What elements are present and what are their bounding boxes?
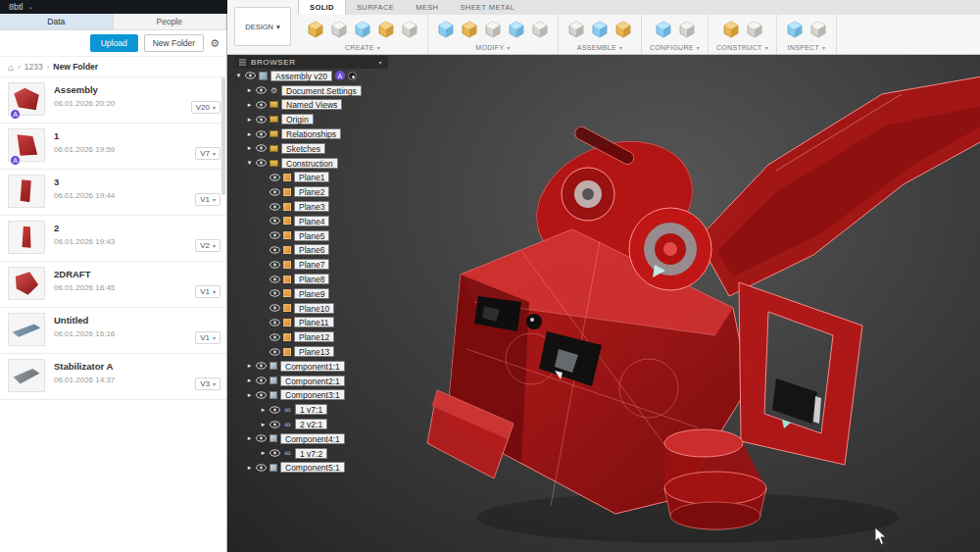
new-folder-button[interactable]: New Folder — [144, 34, 204, 52]
browser-tree-row[interactable]: Plane1 — [233, 171, 419, 185]
inspect-tool-icon[interactable] — [808, 20, 828, 39]
browser-tree-row[interactable]: Plane5 — [233, 228, 419, 243]
browser-tree-row[interactable]: Plane10 — [233, 301, 419, 316]
node-label[interactable]: Component2:1 — [280, 376, 345, 386]
eye-icon[interactable] — [270, 188, 280, 196]
group-construct-label[interactable]: CONSTRUCT — [716, 44, 762, 51]
node-label[interactable]: 1 v7:1 — [295, 404, 327, 415]
browser-tree-row[interactable]: Plane12 — [233, 329, 419, 344]
eye-icon[interactable] — [270, 246, 280, 254]
browser-tree-row[interactable]: Component4:1 — [233, 431, 419, 446]
eye-icon[interactable] — [245, 72, 256, 79]
assemble-tool-icon[interactable] — [613, 20, 633, 39]
eye-icon[interactable] — [256, 376, 267, 384]
expand-arrow-icon[interactable] — [246, 116, 253, 124]
browser-tree-row[interactable]: Plane3 — [233, 199, 419, 214]
node-label[interactable]: Document Settings — [281, 85, 362, 96]
node-label[interactable]: Plane3 — [294, 201, 329, 212]
eye-icon[interactable] — [256, 116, 267, 124]
eye-icon[interactable] — [270, 348, 280, 356]
node-label[interactable]: Plane7 — [294, 259, 329, 270]
browser-tree-row[interactable]: Plane8 — [233, 272, 419, 286]
browser-tree-row[interactable]: Named Views — [233, 98, 419, 113]
create-tool-icon[interactable] — [353, 20, 372, 39]
browser-tree-row[interactable]: Document Settings — [233, 83, 419, 98]
browser-tree-row[interactable]: Component2:1 — [233, 374, 419, 388]
eye-icon[interactable] — [270, 203, 280, 211]
assemble-tool-icon[interactable] — [590, 20, 610, 39]
browser-tree-row[interactable]: Component5:1 — [233, 461, 419, 476]
eye-icon[interactable] — [270, 276, 280, 283]
browser-tree-row[interactable]: Plane2 — [233, 184, 419, 199]
group-assemble-label[interactable]: ASSEMBLE — [577, 44, 616, 51]
expand-arrow-icon[interactable] — [246, 376, 253, 384]
node-label[interactable]: Plane9 — [294, 288, 329, 299]
expand-arrow-icon[interactable] — [246, 86, 253, 94]
tab-sheet-metal[interactable]: SHEET METAL — [449, 0, 525, 15]
browser-tree-row[interactable]: Origin — [233, 112, 419, 126]
browser-tree-row[interactable]: Component1:1 — [233, 359, 419, 374]
node-label[interactable]: Construction — [281, 158, 338, 169]
node-label[interactable]: 1 v7:2 — [295, 448, 327, 459]
eye-icon[interactable] — [270, 319, 280, 326]
node-label[interactable]: Plane11 — [294, 317, 334, 327]
modify-tool-icon[interactable] — [530, 20, 550, 39]
viewport-3d[interactable]: BROWSER ▾ Assembly v20 A Document — [227, 55, 980, 552]
tab-surface[interactable]: SURFACE — [346, 0, 405, 15]
browser-tree-row[interactable]: 2 v2:1 — [233, 417, 419, 431]
group-configure-label[interactable]: CONFIGURE — [650, 44, 694, 51]
inspect-tool-icon[interactable] — [785, 20, 805, 39]
expand-arrow-icon[interactable] — [260, 449, 267, 457]
version-badge[interactable]: V20 — [191, 101, 220, 114]
expand-arrow-icon[interactable] — [246, 391, 253, 399]
create-tool-icon[interactable] — [306, 20, 325, 39]
expand-arrow-icon[interactable] — [246, 434, 253, 442]
file-list-item[interactable]: 2 06.01.2026 19:43 V2 — [0, 216, 226, 262]
node-label[interactable]: Sketches — [281, 143, 325, 154]
modify-tool-icon[interactable] — [460, 20, 479, 39]
expand-arrow-icon[interactable] — [235, 72, 242, 79]
modify-tool-icon[interactable] — [483, 20, 503, 39]
node-label[interactable]: Plane12 — [294, 331, 334, 342]
tab-people[interactable]: People — [114, 14, 227, 29]
eye-icon[interactable] — [256, 101, 267, 109]
upload-button[interactable]: Upload — [90, 34, 138, 52]
node-label[interactable]: Plane10 — [294, 303, 334, 314]
expand-arrow-icon[interactable] — [246, 159, 253, 167]
configure-tool-icon[interactable] — [654, 20, 673, 39]
browser-tree-row[interactable]: Construction — [233, 156, 419, 171]
file-list-item[interactable]: A 1 06.01.2026 19:59 V7 — [0, 124, 226, 170]
home-icon[interactable]: ⌂ — [8, 62, 14, 73]
node-label[interactable]: Plane5 — [294, 230, 329, 241]
node-label[interactable]: Component5:1 — [280, 462, 345, 473]
modify-tool-icon[interactable] — [436, 20, 456, 39]
browser-tree-row[interactable]: Plane13 — [233, 344, 419, 359]
construct-tool-icon[interactable] — [745, 20, 764, 39]
group-modify-label[interactable]: MODIFY — [475, 44, 504, 51]
version-badge[interactable]: V3 — [195, 377, 220, 390]
node-label[interactable]: Component3:1 — [280, 389, 345, 400]
eye-icon[interactable] — [256, 434, 267, 442]
configure-tool-icon[interactable] — [677, 20, 697, 39]
browser-tree-row[interactable]: Plane4 — [233, 214, 419, 228]
file-list-item[interactable]: Stabilizator A 06.01.2026 14:37 V3 — [0, 354, 226, 400]
create-tool-icon[interactable] — [329, 20, 349, 39]
expand-arrow-icon[interactable] — [246, 464, 253, 472]
tab-data[interactable]: Data — [0, 14, 114, 29]
browser-tree-row[interactable]: Plane6 — [233, 243, 419, 258]
workspace-selector[interactable]: DESIGN ▾ — [234, 7, 291, 46]
modify-tool-icon[interactable] — [507, 20, 526, 39]
node-label[interactable]: Plane13 — [294, 346, 334, 357]
eye-icon[interactable] — [270, 421, 280, 428]
eye-icon[interactable] — [256, 464, 267, 472]
browser-tree-row[interactable]: Component3:1 — [233, 388, 419, 403]
node-label[interactable]: Origin — [281, 114, 314, 125]
version-badge[interactable]: V2 — [195, 239, 220, 252]
node-label[interactable]: Plane4 — [294, 216, 329, 226]
eye-icon[interactable] — [256, 86, 267, 94]
node-label[interactable]: Plane6 — [294, 244, 329, 255]
browser-tree-row[interactable]: 1 v7:1 — [233, 402, 419, 417]
breadcrumb-parent[interactable]: 1233 — [24, 62, 43, 72]
file-list-item[interactable]: A Assembly 06.01.2026 20:20 V20 — [0, 77, 226, 124]
node-label[interactable]: Named Views — [281, 99, 342, 110]
